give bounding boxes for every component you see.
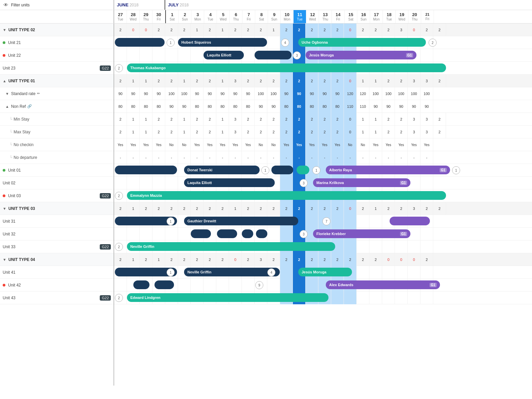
s [395,177,408,189]
spacer [229,36,242,49]
cell: 2 [114,126,127,138]
badge-21-3: 2 [429,39,437,47]
cell: 2 [331,253,344,266]
s [127,62,140,75]
s [255,215,267,228]
filter-label[interactable]: Filter units [11,3,30,7]
cell: 100 [420,87,433,100]
s [152,292,165,304]
unit-22-label[interactable]: Unit 22 [0,49,114,62]
unit-21-dot [3,41,5,44]
unit-03-label[interactable]: Unit 03 G22 [0,189,114,202]
unit-23-label[interactable]: Unit 23 G22 [0,62,114,75]
cell: 2 [395,75,408,87]
unit-02-label[interactable]: Unit 02 [0,177,114,189]
s [369,164,382,177]
cell: 1 [152,253,165,266]
edit-icon[interactable]: ✏ [37,91,40,96]
s [357,228,369,240]
s [267,279,280,292]
cell: 100 [178,87,191,100]
s [395,62,408,75]
unit-02-row: Laquita Elliott 3 Marina KrilkovaG1 [114,177,532,189]
cell: Yes [114,138,127,151]
unit-type-02-label[interactable]: ▼ UNIT TYPE 02 [0,24,114,36]
s [331,228,344,240]
s [267,215,280,228]
unit-23-row: 2 Thomas Kukabango [114,62,532,75]
spacer [140,36,152,49]
unit-02-text: Unit 02 [3,181,15,185]
unit-type-03-label[interactable]: ▼ UNIT TYPE 03 [0,202,114,215]
unit-01-label[interactable]: Unit 01 [0,164,114,177]
cell: 2 [306,126,318,138]
cell: 2 [293,202,306,215]
cell: 3 [229,126,242,138]
cell: - [229,151,242,164]
s [229,279,242,292]
standard-rate-label[interactable]: ▼ Standard rate ✏ [0,87,114,100]
collapse-icon[interactable]: ▼ [3,28,6,32]
s [114,228,127,240]
s [420,228,433,240]
cell: - [357,151,369,164]
june-year: 2018 [130,3,139,7]
unit-type-04-label[interactable]: ▼ UNIT TYPE 04 [0,253,114,266]
s [331,215,344,228]
cell: 2 [395,202,408,215]
s [420,279,433,292]
cell: 3 [229,75,242,87]
s [229,164,242,177]
s [140,49,152,62]
cell: - [204,151,216,164]
cell: 1 [369,113,382,126]
cell: 2 [152,75,165,87]
unit-type-01-label[interactable]: ▲ UNIT TYPE 01 [0,75,114,87]
cell: 0 [344,113,357,126]
s [331,240,344,253]
collapse-icon-03[interactable]: ▼ [3,207,6,211]
s [242,62,255,75]
s [255,228,267,240]
cell: - [178,151,191,164]
unit-21-label[interactable]: Unit 21 [0,36,114,49]
s [140,177,152,189]
sr-collapse[interactable]: ▼ [5,92,9,96]
unit-32-label[interactable]: Unit 32 [0,228,114,240]
cell: 2 [204,24,216,36]
cell: - [216,151,229,164]
s [229,266,242,279]
s [165,189,178,202]
cell: 2 [255,24,267,36]
s [306,279,318,292]
s [242,215,255,228]
unit-31-label[interactable]: Unit 31 [0,215,114,228]
cell: No [357,138,369,151]
cell: 2 [420,202,433,215]
s [420,49,433,62]
unit-43-label[interactable]: Unit 43 G22 [0,292,114,304]
nr-collapse[interactable]: ▲ [5,104,9,108]
unit-33-label[interactable]: Unit 33 G22 [0,240,114,253]
collapse-icon-04[interactable]: ▼ [3,258,6,262]
s [395,189,408,202]
cell: 2 [242,24,255,36]
s [152,49,165,62]
unit-41-label[interactable]: Unit 41 [0,266,114,279]
cell: 90 [242,87,255,100]
cell: 2 [152,202,165,215]
s [408,189,420,202]
s [114,164,127,177]
cell: 80 [242,100,255,113]
s [420,189,433,202]
june-date-27: 27Tue [114,10,127,23]
cell: 2 [191,113,204,126]
unit-42-label[interactable]: Unit 42 [0,279,114,292]
link-icon[interactable]: 🔗 [27,104,32,108]
s [420,215,433,228]
s [395,279,408,292]
s [382,215,395,228]
s [306,292,318,304]
non-ref-label[interactable]: ▲ Non Ref 🔗 [0,100,114,113]
collapse-icon-01[interactable]: ▲ [3,79,6,83]
